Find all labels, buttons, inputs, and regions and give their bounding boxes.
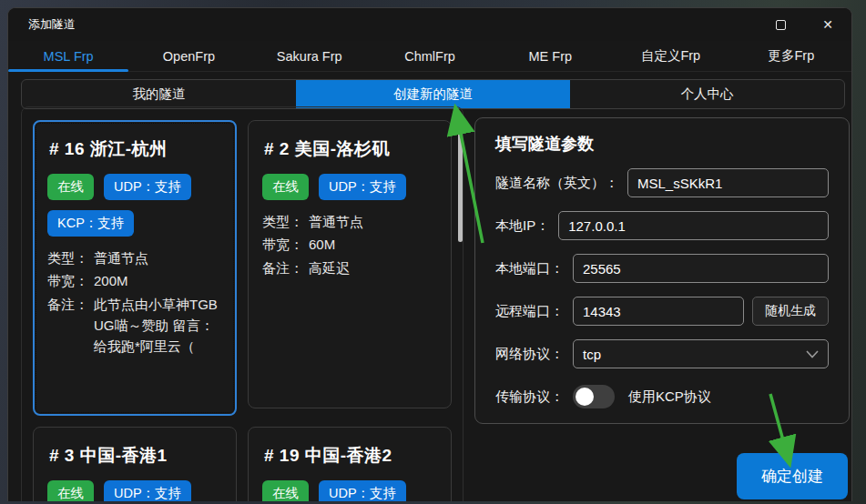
window-controls: ✕ bbox=[757, 8, 851, 41]
tab-chmlfrp[interactable]: ChmlFrp bbox=[370, 41, 490, 71]
node-note: 备注： 高延迟 bbox=[262, 257, 437, 278]
node-title: # 16 浙江-杭州 bbox=[49, 137, 222, 161]
note-label: 备注： bbox=[262, 257, 303, 278]
protocol-row: 网络协议： tcp bbox=[495, 339, 829, 368]
tab-msl-frp[interactable]: MSL Frp bbox=[8, 41, 128, 71]
random-port-button[interactable]: 随机生成 bbox=[752, 297, 829, 326]
tunnel-form-panel: 填写隧道参数 隧道名称（英文）： 本地IP： 本地端口： 远程端口： 随机生成 … bbox=[474, 117, 850, 424]
badge-row: 在线 UDP：支持 bbox=[47, 480, 222, 501]
transport-label: 传输协议： bbox=[495, 388, 564, 406]
form-title: 填写隧道参数 bbox=[495, 133, 829, 155]
local-ip-input[interactable] bbox=[558, 211, 829, 240]
node-note: 备注： 此节点由小草神TGBUG喵～赞助 留言：给我跑*阿里云（ bbox=[47, 294, 222, 358]
udp-badge: UDP：支持 bbox=[104, 480, 191, 501]
local-ip-row: 本地IP： bbox=[495, 211, 829, 240]
node-type: 类型： 普通节点 bbox=[262, 211, 437, 232]
type-label: 类型： bbox=[262, 211, 303, 232]
node-title: # 3 中国-香港1 bbox=[49, 444, 222, 468]
kcp-toggle-label: 使用KCP协议 bbox=[628, 388, 711, 406]
type-label: 类型： bbox=[47, 247, 88, 268]
note-label: 备注： bbox=[47, 294, 88, 358]
node-card-16[interactable]: # 16 浙江-杭州 在线 UDP：支持 KCP：支持 类型： 普通节点 带宽：… bbox=[33, 120, 237, 416]
remote-port-row: 远程端口： 随机生成 bbox=[495, 297, 829, 326]
bandwidth-value: 60M bbox=[309, 234, 437, 255]
view-switcher: 我的隧道 创建新的隧道 个人中心 bbox=[21, 79, 845, 109]
tunnel-name-row: 隧道名称（英文）： bbox=[495, 168, 829, 197]
online-badge: 在线 bbox=[262, 174, 309, 200]
kcp-toggle[interactable] bbox=[573, 385, 615, 408]
online-badge: 在线 bbox=[262, 480, 309, 501]
tab-openfrp[interactable]: OpenFrp bbox=[128, 41, 249, 71]
bandwidth-value: 200M bbox=[94, 270, 222, 291]
remote-port-input[interactable] bbox=[573, 297, 744, 326]
protocol-select[interactable]: tcp bbox=[573, 339, 829, 368]
maximize-button[interactable] bbox=[757, 8, 804, 41]
udp-badge: UDP：支持 bbox=[319, 174, 406, 200]
note-value: 此节点由小草神TGBUG喵～赞助 留言：给我跑*阿里云（ bbox=[94, 294, 222, 358]
close-button[interactable]: ✕ bbox=[804, 8, 851, 41]
node-card-2[interactable]: # 2 美国-洛杉矶 在线 UDP：支持 类型： 普通节点 带宽： 60M 备注… bbox=[248, 120, 452, 408]
tunnel-name-label: 隧道名称（英文）： bbox=[495, 175, 618, 192]
protocol-label: 网络协议： bbox=[495, 346, 564, 363]
local-ip-label: 本地IP： bbox=[495, 217, 549, 235]
close-icon: ✕ bbox=[822, 17, 833, 32]
bandwidth-label: 带宽： bbox=[262, 234, 303, 255]
transport-row: 传输协议： 使用KCP协议 bbox=[495, 382, 829, 411]
titlebar: 添加隧道 ✕ bbox=[8, 8, 851, 41]
node-bandwidth: 带宽： 60M bbox=[262, 234, 437, 255]
frp-provider-tabs: MSL Frp OpenFrp Sakura Frp ChmlFrp ME Fr… bbox=[8, 41, 851, 72]
tab-personal-center[interactable]: 个人中心 bbox=[570, 80, 844, 108]
bandwidth-label: 带宽： bbox=[47, 270, 88, 291]
tab-me-frp[interactable]: ME Frp bbox=[490, 41, 610, 71]
tab-my-tunnels[interactable]: 我的隧道 bbox=[22, 80, 296, 108]
local-port-label: 本地端口： bbox=[495, 260, 564, 277]
node-card-19[interactable]: # 19 中国-香港2 在线 UDP：支持 KCP：支持 bbox=[248, 427, 452, 501]
node-type: 类型： 普通节点 bbox=[47, 247, 222, 268]
window-title: 添加隧道 bbox=[28, 16, 76, 33]
node-card-3[interactable]: # 3 中国-香港1 在线 UDP：支持 类型： 普通节点 bbox=[33, 427, 237, 501]
udp-badge: UDP：支持 bbox=[319, 480, 406, 501]
local-port-input[interactable] bbox=[573, 254, 829, 283]
tab-more-frp[interactable]: 更多Frp bbox=[731, 41, 851, 71]
type-value: 普通节点 bbox=[94, 247, 222, 268]
tab-sakura-frp[interactable]: Sakura Frp bbox=[250, 41, 370, 71]
tab-custom-frp[interactable]: 自定义Frp bbox=[610, 41, 730, 71]
kcp-badge: KCP：支持 bbox=[47, 210, 134, 237]
node-title: # 2 美国-洛杉矶 bbox=[264, 137, 437, 161]
node-title: # 19 中国-香港2 bbox=[264, 444, 437, 468]
online-badge: 在线 bbox=[47, 174, 94, 200]
toggle-knob bbox=[576, 388, 594, 406]
node-list: # 16 浙江-杭州 在线 UDP：支持 KCP：支持 类型： 普通节点 带宽：… bbox=[21, 106, 464, 501]
node-bandwidth: 带宽： 200M bbox=[47, 270, 222, 291]
badge-row: 在线 UDP：支持 KCP：支持 bbox=[262, 480, 437, 501]
udp-badge: UDP：支持 bbox=[104, 174, 191, 200]
node-list-scrollbar[interactable] bbox=[458, 122, 463, 242]
add-tunnel-window: 添加隧道 ✕ MSL Frp OpenFrp Sakura Frp ChmlFr… bbox=[7, 7, 852, 501]
badge-row: 在线 UDP：支持 KCP：支持 bbox=[47, 174, 222, 237]
chevron-down-icon bbox=[806, 350, 819, 358]
tab-create-tunnel[interactable]: 创建新的隧道 bbox=[296, 80, 570, 108]
type-value: 普通节点 bbox=[309, 211, 437, 232]
maximize-icon bbox=[776, 20, 786, 30]
tunnel-name-input[interactable] bbox=[627, 168, 829, 197]
remote-port-label: 远程端口： bbox=[495, 303, 564, 320]
confirm-create-button[interactable]: 确定创建 bbox=[737, 453, 848, 499]
protocol-value: tcp bbox=[583, 347, 601, 362]
note-value: 高延迟 bbox=[309, 257, 437, 278]
online-badge: 在线 bbox=[47, 480, 94, 501]
local-port-row: 本地端口： bbox=[495, 254, 829, 283]
badge-row: 在线 UDP：支持 bbox=[262, 174, 437, 200]
